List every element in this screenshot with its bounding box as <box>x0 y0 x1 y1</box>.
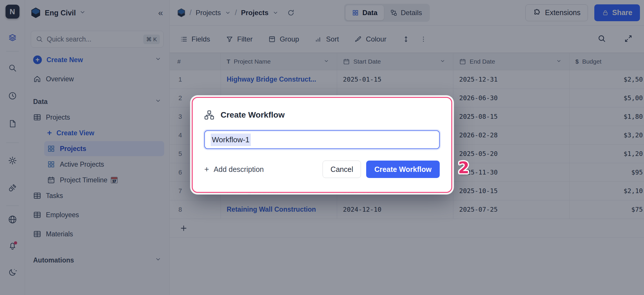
create-workflow-modal: Create Workflow Workflow-1 + Add descrip… <box>192 97 452 193</box>
workflow-name-input[interactable]: Workflow-1 <box>204 130 440 149</box>
modal-header: Create Workflow <box>204 110 440 120</box>
modal-title: Create Workflow <box>221 110 285 120</box>
workflow-name-value: Workflow-1 <box>211 134 251 146</box>
add-description-button[interactable]: + Add description <box>204 165 264 174</box>
cancel-button[interactable]: Cancel <box>323 161 361 178</box>
modal-footer: + Add description Cancel Create Workflow <box>204 161 440 178</box>
annotation-step-marker: 2 <box>458 158 469 177</box>
create-workflow-button[interactable]: Create Workflow <box>366 161 440 178</box>
app-window: N <box>0 0 644 295</box>
workflow-sitemap-icon <box>204 110 214 120</box>
plus-icon: + <box>204 165 209 174</box>
